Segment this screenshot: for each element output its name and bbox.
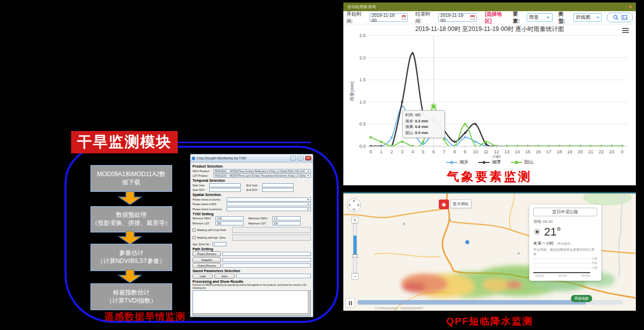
svg-text:5: 5 <box>422 149 425 154</box>
calendar-icon[interactable] <box>402 15 406 20</box>
max-lst-input[interactable]: 330 <box>272 221 301 225</box>
svg-text:21: 21 <box>588 149 593 154</box>
weather-popup-header[interactable]: 定日中尼公路 <box>533 208 597 216</box>
rain-toolbar: 开始时间: 2019-11-18 00 结束时间: 2019-11-19 00 … <box>343 11 636 24</box>
legend-item[interactable]: 湘乡 <box>446 159 468 166</box>
zoom-slider[interactable] <box>353 223 357 273</box>
min-lst-input[interactable]: 250 <box>215 221 244 225</box>
start-year-input[interactable] <box>209 183 241 187</box>
mask-crop-checkbox[interactable] <box>192 228 196 232</box>
results-listbox[interactable] <box>192 290 311 316</box>
chevron-down-icon: ▼ <box>546 16 550 19</box>
flow-step-label: MOD09A1和MOD11A2数 <box>97 171 166 179</box>
load-button[interactable]: Load <box>192 274 213 279</box>
output-directory-field[interactable] <box>222 263 311 268</box>
svg-text:6: 6 <box>432 149 435 154</box>
chevron-down-icon: ▼ <box>307 170 309 173</box>
country-select[interactable]: ▼ <box>227 197 311 202</box>
ndvi-product-select[interactable]: MOD09A1 -- MODIS/Terra Surface Reflectan… <box>213 169 311 173</box>
tooltip-title: 时间: 6时 <box>405 112 442 118</box>
time-tick: 50分钟 <box>582 274 590 278</box>
flow-arrow-icon <box>115 191 145 205</box>
start-time-input[interactable]: 2019-11-18 00 <box>370 13 408 22</box>
zoom-slider-fill <box>353 236 357 256</box>
end-doy-input[interactable] <box>262 188 294 192</box>
scrollbar-horizontal[interactable] <box>193 313 308 316</box>
tvdi-app-window: Crop Drought Monitoring via TVDI ─ □ ✕ P… <box>190 154 313 317</box>
minimize-button[interactable]: ─ <box>290 156 296 160</box>
saved-params-field[interactable] <box>236 274 311 278</box>
precip-level-line: 小雨 <box>533 268 597 272</box>
type-select[interactable]: 折线图 ▼ <box>573 13 602 22</box>
flow-step-label: 数据预处理 <box>116 211 147 219</box>
chevron-down-icon: ▼ <box>307 208 309 211</box>
start-doy-input[interactable] <box>209 188 241 192</box>
close-button[interactable]: ✕ <box>305 156 311 160</box>
zoom-slider-handle[interactable] <box>352 254 358 257</box>
chart-legend: 湘乡 湘潭 韶山 <box>343 159 636 166</box>
chevron-down-icon: ▼ <box>596 16 600 19</box>
weather-popup: 定日中尼公路 傍晚 06:30 ☀ 21° 未来一小时 （降水概率） 不会有雨，… <box>529 205 601 281</box>
chevron-down-icon: ▼ <box>307 203 309 206</box>
pause-button[interactable] <box>345 298 355 308</box>
shapefile-button[interactable]: Shapefile <box>192 257 221 262</box>
svg-text:2.0: 2.0 <box>359 55 366 60</box>
station-marker[interactable]: ◉ 显示测站 <box>439 200 471 209</box>
module-title: 干旱监测模块 <box>71 131 178 153</box>
mask-agri-checkbox[interactable] <box>192 236 196 239</box>
maximize-button[interactable]: □ <box>298 156 304 160</box>
flow-arrow-icon <box>115 231 145 244</box>
end-time-input[interactable]: 2019-11-19 00 <box>438 13 477 22</box>
output-directory-button[interactable]: Output Directory <box>192 263 221 268</box>
start-time-label: 开始时间: <box>346 11 368 25</box>
svg-text:1.5: 1.5 <box>359 77 366 82</box>
lst-product-value: MOD11A2 -- MODIS/Terra Land Surface Temp… <box>215 174 306 177</box>
save-button[interactable]: Save <box>214 274 235 279</box>
svg-text:22: 22 <box>599 149 604 154</box>
flow-step-download: MOD09A1和MOD11A2数 据下载 <box>90 165 172 192</box>
zoom-out-button[interactable]: − <box>351 273 359 280</box>
scrollbar-vertical[interactable] <box>308 291 310 316</box>
precip-level-line: 中雨 <box>533 263 597 268</box>
svg-text:20: 20 <box>577 149 583 154</box>
shapefile-field[interactable] <box>222 258 311 262</box>
svg-text:16: 16 <box>536 149 541 154</box>
end-year-input[interactable] <box>262 183 294 187</box>
agri-zone-input[interactable]: 1 <box>212 242 227 246</box>
svg-text:15: 15 <box>525 149 530 154</box>
lst-product-label: LST Product: <box>192 174 212 177</box>
flow-step-label: 植被指数估计 <box>113 289 150 297</box>
lst-product-select[interactable]: MOD11A2 -- MODIS/Terra Land Surface Temp… <box>213 174 311 178</box>
project-directory-field[interactable] <box>222 252 311 256</box>
section-product: Product Selection <box>192 164 311 168</box>
max-lst-label: Maximum LST: <box>248 222 271 225</box>
max-ndvi-input[interactable]: 1.0 <box>272 216 301 220</box>
select-region-link[interactable]: [选择地区] <box>485 11 508 25</box>
zoom-in-button[interactable]: + <box>351 217 359 223</box>
map-pan-control[interactable] <box>346 197 362 213</box>
legend-item[interactable]: 湘潭 <box>478 159 501 166</box>
roi-select[interactable]: ▼ <box>227 202 311 206</box>
query-button[interactable] <box>607 13 633 22</box>
search-icon <box>613 15 619 20</box>
precip-level-line: 大雨 <box>533 258 597 263</box>
flow-step-tvdi: 植被指数估计 （计算TVDI指数） <box>90 283 172 310</box>
province-select[interactable]: ▼ <box>227 207 311 211</box>
svg-text:0.0: 0.0 <box>359 144 366 149</box>
mask-agri-field <box>232 235 311 241</box>
project-directory-button[interactable]: Project Directory <box>192 251 221 256</box>
close-icon[interactable]: × <box>629 5 632 10</box>
legend-item[interactable]: 韶山 <box>511 159 533 166</box>
svg-text:0: 0 <box>621 149 623 154</box>
forecast-description: 不会有雨，最近的降雨带在东南方约2公里外 <box>533 247 597 256</box>
map-zoom-control: + − <box>351 217 359 280</box>
tooltip-row: 韶山: 0.9 mm <box>405 130 442 136</box>
svg-text:1: 1 <box>380 149 382 154</box>
min-ndvi-input[interactable]: 0.00 <box>215 216 244 220</box>
calendar-icon[interactable] <box>470 15 475 20</box>
end-time-label: 结束时间: <box>415 11 436 25</box>
element-select[interactable]: 雨量 ▼ <box>527 13 553 22</box>
roi-label: Please select a ROI <box>192 203 225 206</box>
flow-step-label: 参量估计 <box>119 249 144 257</box>
timeline-bar[interactable] <box>358 300 586 305</box>
